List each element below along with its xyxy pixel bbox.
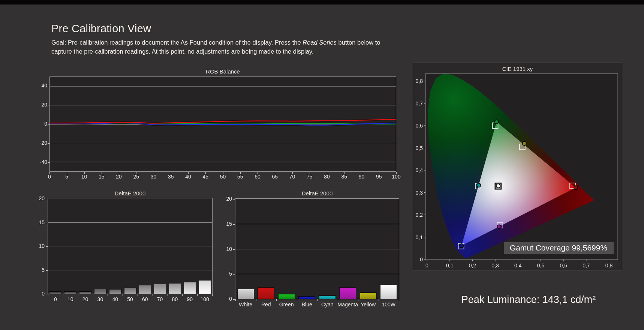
rgb-y-tick-label: 40 [30,82,47,88]
deltae-x-tick-mark [78,294,78,296]
deltae-x-tick-mark [182,294,183,296]
rgb-y-tick-mark [48,86,49,86]
cie-1931-panel: 00,10,20,30,40,50,60,70,800,10,20,30,40,… [413,63,622,270]
rgb-x-tick-label: 0 [42,174,57,180]
cie-x-tick-label: 0,1 [446,262,454,268]
cie-x-tick-label: 0,5 [537,262,545,268]
goal-line1-suffix: button below to [337,39,380,46]
deltae-y-tick-mark [233,199,235,200]
deltae-y-tick-label: 10 [216,246,232,252]
rgb-x-tick-label: 10 [77,174,92,180]
deltae-bar [298,296,315,299]
cie-measured-point-green [495,120,499,124]
deltae-y-tick-mark [46,199,48,199]
cie-x-tick-label: 0 [425,262,428,268]
cie-y-tick-label: 0,1 [416,234,423,240]
cie-measured-point-red [574,186,578,189]
goal-line1-prefix: Goal: Pre-calibration readings to docume… [51,39,303,46]
cie-measured-point-white [496,184,500,188]
rgb-y-tick-label: 0 [30,121,47,127]
cie-y-tick-label: 0,2 [416,212,423,218]
deltae-y-tick-label: 0 [28,291,45,297]
deltae-bar [139,285,151,294]
top-black-strip [0,0,644,4]
deltae-gridline [48,270,212,270]
cie-y-tick-label: 0,8 [416,78,423,84]
deltae-y-tick-label: 5 [216,271,232,277]
deltae-bar [124,288,136,294]
deltae-bar [49,291,61,294]
cie-x-tick-label: 0,2 [469,262,476,268]
rgb-x-tick-label: 45 [198,174,213,180]
deltae-x-tick-mark [197,294,198,296]
rgb-x-tick-label: 35 [163,174,178,180]
deltae-bar [258,287,274,299]
deltae-x-tick-mark [297,299,297,301]
rgb-balance-lines [50,77,396,171]
deltae-bar [169,283,181,294]
deltae-y-tick-mark [46,246,48,247]
deltae-y-tick-mark [233,249,235,250]
deltae-x-tick-mark [48,294,48,296]
deltae-gridline [48,246,212,246]
deltae-x-tick-mark [63,294,63,296]
cie-measured-point-blue [460,244,463,248]
deltae-colors-title: DeltaE 2000 [235,190,399,196]
deltae-y-tick-label: 5 [28,267,45,273]
deltae-bar [360,292,377,299]
page-title: Pre Calibration View [51,22,151,35]
rgb-x-tick-label: 25 [129,174,144,180]
deltae-y-tick-mark [46,270,48,271]
rgb-x-tick-label: 50 [216,174,231,180]
cie-x-tick-label: 0,4 [514,262,522,268]
deltae-x-tick-mark [256,299,256,301]
rgb-y-tick-mark [48,143,49,144]
deltae-y-tick-label: 20 [216,196,232,202]
deltae-y-tick-label: 20 [28,195,45,201]
rgb-x-tick-label: 90 [354,174,369,180]
rgb-x-tick-label: 20 [111,174,126,180]
goal-read-series-italic: Read Series [303,39,337,46]
cie-measured-point-yellow [523,141,526,145]
rgb-y-tick-mark [48,162,49,163]
deltae-gridline [235,249,399,249]
deltae-x-category-label: 100 [194,296,215,302]
deltae-x-category-label: 100W [376,302,402,308]
deltae-grayscale-plot [48,198,213,294]
deltae-y-tick-mark [233,224,235,225]
cie-y-tick-label: 0 [420,256,423,262]
deltae-bar [109,289,121,294]
cie-x-tick-label: 0,6 [560,262,567,268]
deltae-bar [79,291,91,294]
deltae-bar [319,296,336,299]
rgb-balance-plot [49,76,396,172]
gamut-coverage-label: Gamut Coverage 99,5699% [510,243,607,252]
deltae-x-tick-mark [379,299,379,301]
deltae-x-tick-mark [212,294,213,296]
rgb-y-tick-label: 20 [30,102,47,108]
deltae-bar [64,291,76,294]
rgb-x-tick-label: 55 [233,174,248,180]
rgb-x-tick-label: 80 [319,174,334,180]
rgb-x-tick-label: 5 [59,174,74,180]
rgb-x-tick-label: 100 [389,174,404,180]
deltae-bar [94,289,106,294]
cie-x-tick-label: 0,7 [583,262,590,268]
deltae-x-tick-mark [338,299,338,301]
deltae-x-tick-mark [399,299,399,301]
deltae-bar [199,280,211,294]
deltae-x-tick-mark [138,294,138,296]
rgb-balance-title: RGB Balance [49,68,396,75]
cie-y-tick-label: 0,7 [416,100,423,106]
cie-1931-diagram: 00,10,20,30,40,50,60,70,800,10,20,30,40,… [413,63,622,270]
deltae-gridline [48,222,212,223]
deltae-y-tick-mark [46,223,48,223]
rgb-x-tick-label: 15 [94,174,109,180]
rgb-x-tick-label: 75 [302,174,317,180]
cie-1931-title: CIE 1931 xy [413,66,622,72]
cie-y-tick-label: 0,5 [416,145,423,151]
rgb-x-tick-label: 65 [267,174,282,180]
deltae-bar [278,294,295,299]
deltae-y-tick-mark [233,274,235,274]
deltae-x-tick-mark [276,299,277,301]
